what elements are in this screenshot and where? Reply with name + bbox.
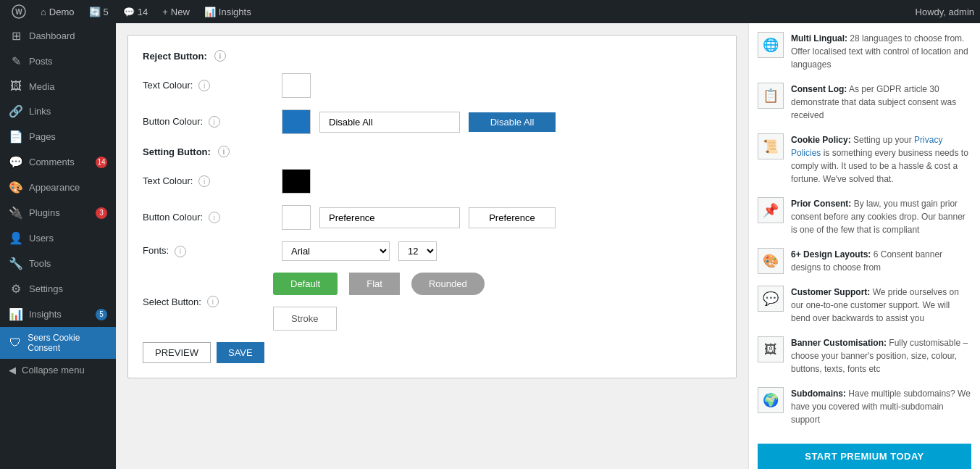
setting-button-preview-input[interactable] [319,207,460,228]
tools-icon: 🔧 [9,257,23,270]
main-content: Reject Button: i Text Colour: i Button C… [116,23,748,469]
admin-bar-updates[interactable]: 🔄 5 [83,0,114,23]
reject-text-colour-row: Text Colour: i [143,73,721,98]
select-button-info-icon[interactable]: i [207,296,219,307]
sidebar-item-users[interactable]: 👤 Users [0,225,116,251]
setting-button-preview[interactable]: Preference [469,207,556,228]
sidebar: ⊞ Dashboard ✎ Posts 🖼 Media 🔗 Links 📄 Pa… [0,23,116,469]
feature-customer-support: 💬 Customer Support: We pride ourselves o… [758,286,971,325]
sidebar-item-dashboard[interactable]: ⊞ Dashboard [0,23,116,49]
reject-text-colour-swatch[interactable] [282,73,311,98]
insights-icon: 📊 [9,307,23,321]
reject-button-colour-swatch[interactable] [282,109,311,134]
insights-badge: 5 [96,309,107,320]
users-icon: 👤 [9,231,23,245]
sidebar-item-plugins[interactable]: 🔌 Plugins 3 [0,200,116,225]
feature-banner-customisation: 🖼 Banner Customisation: Fully customisab… [758,336,971,375]
fonts-info-icon[interactable]: i [175,246,186,257]
collapse-icon: ◀ [9,365,16,375]
fonts-label: Fonts: i [143,245,273,257]
button-style-stroke[interactable]: Stroke [273,307,337,331]
sidebar-item-appearance[interactable]: 🎨 Appearance [0,175,116,200]
feature-consent-log: 📋 Consent Log: As per GDPR article 30 de… [758,83,971,122]
select-button-row: Select Button: i Default Flat Rounded St… [143,273,721,331]
plugins-badge: 3 [96,207,107,219]
button-style-flat[interactable]: Flat [349,273,400,295]
reject-text-colour-label: Text Colour: i [143,80,273,92]
setting-text-colour-row: Text Colour: i [143,169,721,194]
right-sidebar: 🌐 Multi Lingual: 28 languages to choose … [748,23,980,469]
sidebar-item-settings[interactable]: ⚙ Settings [0,276,116,302]
media-icon: 🖼 [9,80,23,93]
sidebar-item-comments[interactable]: 💬 Comments 14 [0,149,116,175]
prior-consent-text: Prior Consent: By law, you must gain pri… [791,197,971,236]
posts-icon: ✎ [9,54,23,68]
sidebar-item-tools[interactable]: 🔧 Tools [0,251,116,276]
pages-icon: 📄 [9,130,23,144]
seers-icon: 🛡 [9,336,22,349]
reject-button-info-icon2[interactable]: i [209,116,220,128]
customer-support-text: Customer Support: We pride ourselves on … [791,286,971,325]
setting-text-info-icon[interactable]: i [198,175,210,187]
setting-button-colour-label: Button Colour: i [143,212,273,224]
preview-button[interactable]: PREVIEW [143,342,211,363]
cookie-policy-icon: 📜 [758,133,784,159]
feature-prior-consent: 📌 Prior Consent: By law, you must gain p… [758,197,971,236]
setting-button-colour-swatch[interactable] [282,205,311,230]
save-button[interactable]: SAVE [217,342,264,363]
reject-text-info-icon[interactable]: i [198,80,210,91]
feature-multilingual: 🌐 Multi Lingual: 28 languages to choose … [758,32,971,71]
feature-design-layouts: 🎨 6+ Design Layouts: 6 Consent banner de… [758,248,971,274]
admin-bar-insights[interactable]: 📊 Insights [198,0,257,23]
subdomains-text: Subdomains: Have multiple subdomains? We… [791,387,971,426]
admin-bar-new[interactable]: + New [156,0,196,23]
bottom-buttons: PREVIEW SAVE [143,342,721,363]
multilingual-icon: 🌐 [758,32,784,58]
setting-text-colour-swatch[interactable] [282,169,311,194]
settings-box: Reject Button: i Text Colour: i Button C… [127,35,737,378]
setting-button-info-icon[interactable]: i [218,146,230,157]
sidebar-item-seers[interactable]: 🛡 Seers Cookie Consent [0,327,116,359]
appearance-icon: 🎨 [9,180,23,194]
reject-button-info-icon[interactable]: i [214,50,226,62]
content-area: Reject Button: i Text Colour: i Button C… [116,23,980,469]
admin-bar-comments[interactable]: 💬 14 [117,0,154,23]
prior-consent-icon: 📌 [758,197,784,223]
plugins-icon: 🔌 [9,206,23,220]
sidebar-item-posts[interactable]: ✎ Posts [0,49,116,74]
button-style-default[interactable]: Default [273,273,338,295]
button-style-rounded[interactable]: Rounded [411,273,485,295]
reject-button-colour-label: Button Colour: i [143,116,273,128]
consent-log-text: Consent Log: As per GDPR article 30 demo… [791,83,971,122]
setting-text-colour-label: Text Colour: i [143,175,273,188]
feature-cookie-policy: 📜 Cookie Policy: Setting up your Privacy… [758,133,971,186]
font-size-select[interactable]: 10 11 12 13 14 16 [398,241,437,261]
multilingual-text: Multi Lingual: 28 languages to choose fr… [791,32,971,71]
select-button-label: Select Button: i [143,296,273,307]
font-family-select[interactable]: Arial Helvetica Georgia Times New Roman [282,241,390,261]
banner-customisation-icon: 🖼 [758,336,784,362]
comments-badge: 14 [96,157,107,168]
reject-button-title: Reject Button: i [143,50,721,62]
setting-button-info-icon2[interactable]: i [209,212,220,223]
admin-bar-user: Howdy, admin [916,7,974,17]
dashboard-icon: ⊞ [9,29,23,43]
reject-button-preview[interactable]: Disable All [469,112,556,132]
feature-subdomains: 🌍 Subdomains: Have multiple subdomains? … [758,387,971,426]
collapse-menu[interactable]: ◀ Collapse menu [0,359,116,381]
sidebar-item-links[interactable]: 🔗 Links [0,99,116,124]
sidebar-item-insights[interactable]: 📊 Insights 5 [0,302,116,327]
settings-icon: ⚙ [9,282,23,296]
sidebar-item-pages[interactable]: 📄 Pages [0,124,116,149]
banner-customisation-text: Banner Customisation: Fully customisable… [791,336,971,375]
links-icon: 🔗 [9,104,23,118]
reject-button-colour-row: Button Colour: i Disable All [143,109,721,134]
admin-bar-wp-logo[interactable]: W [6,0,32,23]
admin-bar-site[interactable]: ⌂ Demo [35,0,80,23]
setting-button-title: Setting Button: i [143,146,721,157]
sidebar-item-media[interactable]: 🖼 Media [0,74,116,99]
start-premium-button[interactable]: START PREMIUM TODAY [758,444,971,469]
reject-button-preview-input[interactable] [319,112,460,133]
comments-icon: 💬 [9,155,23,169]
subdomains-icon: 🌍 [758,387,784,413]
